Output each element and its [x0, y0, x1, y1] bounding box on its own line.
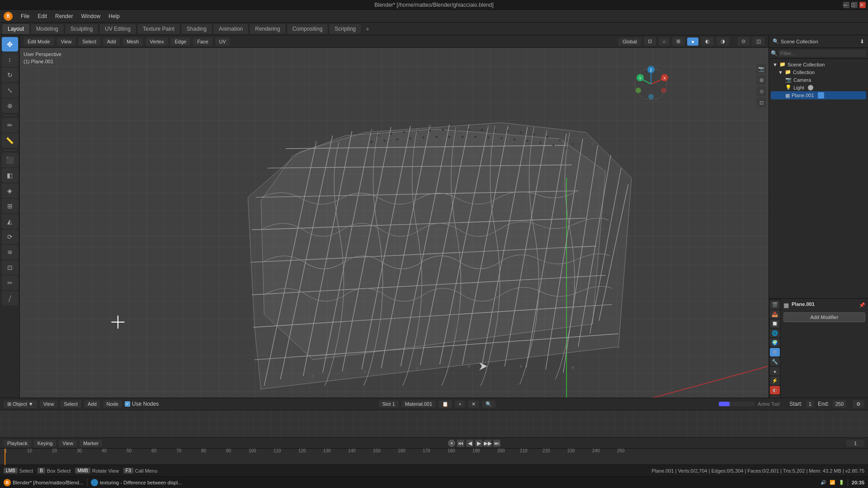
rotate-tool-btn[interactable]: ↻ [2, 68, 18, 82]
prop-output-icon[interactable]: 📤 [770, 310, 780, 319]
smooth-btn[interactable]: ≋ [2, 245, 18, 259]
start-frame-input[interactable]: 1 [806, 400, 814, 408]
measure-btn[interactable]: 📏 [2, 133, 18, 148]
timeline-ruler[interactable]: 1 10 20 30 40 50 60 70 80 90 100 110 120… [0, 449, 868, 465]
current-frame-input[interactable]: 1 [846, 440, 864, 447]
viewport-3d[interactable]: Edit Mode View Select Add Mesh Vertex Ed… [20, 35, 769, 425]
window-controls[interactable]: ─ □ ✕ [843, 2, 866, 8]
menu-edit[interactable]: Edit [34, 12, 51, 20]
maximize-btn[interactable]: □ [851, 2, 858, 8]
annotate-btn[interactable]: ✏ [2, 118, 18, 132]
timeline-marker-menu[interactable]: Marker [80, 440, 102, 447]
shader-material-remove[interactable]: ✕ [468, 400, 479, 408]
viewport-proportional-btn[interactable]: ○ [659, 38, 670, 46]
prop-render-icon[interactable]: 🎬 [770, 300, 780, 309]
vp-overlay-toggle[interactable]: ⊙ [756, 86, 766, 96]
viewport-snap-btn[interactable]: ⊡ [644, 37, 656, 46]
use-nodes-toggle[interactable]: ✓ Use Nodes [125, 401, 159, 407]
polybuild-btn[interactable]: ◭ [2, 214, 18, 229]
prop-view-layer-icon[interactable]: 🔲 [770, 319, 780, 328]
shader-slot-selector[interactable]: Slot 1 [379, 400, 399, 408]
viewport-vertex-menu[interactable]: Vertex [146, 38, 168, 46]
minimize-btn[interactable]: ─ [843, 2, 849, 8]
add-workspace-btn[interactable]: + [362, 23, 373, 34]
tab-modeling[interactable]: Modeling [30, 23, 64, 34]
shader-node-menu[interactable]: Node [103, 400, 122, 408]
extrude-btn[interactable]: ⬛ [2, 153, 18, 167]
outliner-item-scene-collection[interactable]: ▼ 📁 Scene Collection [771, 61, 866, 68]
prop-modifier-icon[interactable]: 🔧 [770, 357, 780, 366]
outliner-filter-icon[interactable]: ⬇ [860, 38, 864, 45]
tab-animation[interactable]: Animation [213, 23, 249, 34]
play-btn[interactable]: ▶ [475, 440, 482, 447]
viewport-canvas[interactable]: User Perspective (1) Plane.001 [20, 48, 769, 425]
close-btn[interactable]: ✕ [859, 2, 866, 8]
taskbar-blender[interactable]: B Blender* [/home/matteo/Blend... [4, 479, 83, 486]
shader-material-selector[interactable]: Material.001 [401, 400, 436, 408]
viewport-xray-btn[interactable]: ◫ [752, 37, 765, 46]
viewport-edge-menu[interactable]: Edge [170, 38, 190, 46]
jump-end-btn[interactable]: ⏭ [493, 440, 500, 447]
scale-tool-btn[interactable]: ⤡ [2, 83, 18, 98]
prop-scene-icon[interactable]: 🌐 [770, 329, 780, 338]
viewport-view-menu[interactable]: View [57, 38, 76, 46]
move-tool-btn[interactable]: ↕ [2, 52, 18, 67]
tab-shading[interactable]: Shading [181, 23, 212, 34]
use-nodes-checkbox[interactable]: ✓ [125, 401, 130, 407]
prop-material-icon[interactable]: ◐ [770, 386, 780, 394]
prop-object-icon[interactable]: ⚙ [770, 348, 780, 357]
outliner-item-light[interactable]: 💡 Light [771, 84, 866, 91]
outliner-item-camera[interactable]: 📷 Camera [771, 76, 866, 84]
viewport-gizmo[interactable]: X Y Z [633, 66, 669, 102]
vp-grid-btn[interactable]: ⊞ [756, 75, 766, 85]
tab-compositing[interactable]: Compositing [287, 23, 329, 34]
timeline-keying-menu[interactable]: Keying [34, 440, 57, 447]
record-btn[interactable]: ● [448, 440, 455, 447]
tab-layout[interactable]: Layout [2, 23, 30, 34]
properties-pin-icon[interactable]: 📌 [859, 302, 865, 308]
shader-add-menu[interactable]: Add [84, 400, 100, 408]
tab-texture-paint[interactable]: Texture Paint [137, 23, 180, 34]
end-frame-input[interactable]: 250 [833, 400, 846, 408]
menu-file[interactable]: File [17, 12, 33, 20]
inset-btn[interactable]: ◧ [2, 168, 18, 183]
prop-world-icon[interactable]: 🌍 [770, 338, 780, 347]
outliner-item-plane[interactable]: ▦ Plane.001 [771, 91, 866, 99]
viewport-transform-global[interactable]: Global [618, 38, 641, 46]
viewport-face-menu[interactable]: Face [193, 38, 212, 46]
loop-cut-btn[interactable]: ⊞ [2, 199, 18, 213]
bisect-btn[interactable]: ⧸ [2, 291, 18, 305]
blender-logo[interactable]: B [4, 12, 13, 21]
volume-icon[interactable]: 🔊 [821, 480, 826, 485]
vp-snap-toggle[interactable]: ⊡ [756, 98, 766, 108]
menu-render[interactable]: Render [52, 12, 76, 20]
edge-slide-btn[interactable]: ⊡ [2, 260, 18, 275]
shader-view-settings[interactable]: ⚙ [853, 400, 864, 408]
shader-view-menu[interactable]: View [40, 400, 58, 408]
battery-icon[interactable]: 🔋 [839, 480, 844, 485]
cursor-tool-btn[interactable]: ✥ [2, 37, 18, 52]
viewport-uv-menu[interactable]: UV [215, 38, 230, 46]
shader-material-browse[interactable]: 🔍 [482, 400, 495, 408]
network-icon[interactable]: 📶 [830, 480, 835, 485]
knife-btn[interactable]: ✂ [2, 276, 18, 290]
outliner-item-collection[interactable]: ▼ 📁 Collection [771, 68, 866, 76]
shader-material-copy[interactable]: 📋 [439, 400, 452, 408]
spin-btn[interactable]: ⟳ [2, 230, 18, 244]
tab-scripting[interactable]: Scripting [329, 23, 362, 34]
next-frame-btn[interactable]: ▶▶ [484, 440, 491, 447]
shader-node-area[interactable] [0, 410, 868, 437]
viewport-overlay-btn[interactable]: ⊙ [737, 37, 750, 46]
viewport-wireframe-btn[interactable]: ⊞ [672, 37, 684, 46]
viewport-add-menu[interactable]: Add [103, 38, 120, 46]
add-modifier-button[interactable]: Add Modifier [783, 312, 865, 322]
timeline-view-menu[interactable]: View [59, 440, 77, 447]
jump-start-btn[interactable]: ⏮ [457, 440, 464, 447]
viewport-mesh-menu[interactable]: Mesh [123, 38, 143, 46]
viewport-solid-btn[interactable]: ● [687, 38, 698, 46]
prop-physics-icon[interactable]: ⚡ [770, 376, 780, 385]
outliner-search-input[interactable] [778, 50, 866, 57]
menu-window[interactable]: Window [77, 12, 104, 20]
tab-uv-editing[interactable]: UV Editing [99, 23, 137, 34]
viewport-material-btn[interactable]: ◐ [701, 37, 714, 46]
